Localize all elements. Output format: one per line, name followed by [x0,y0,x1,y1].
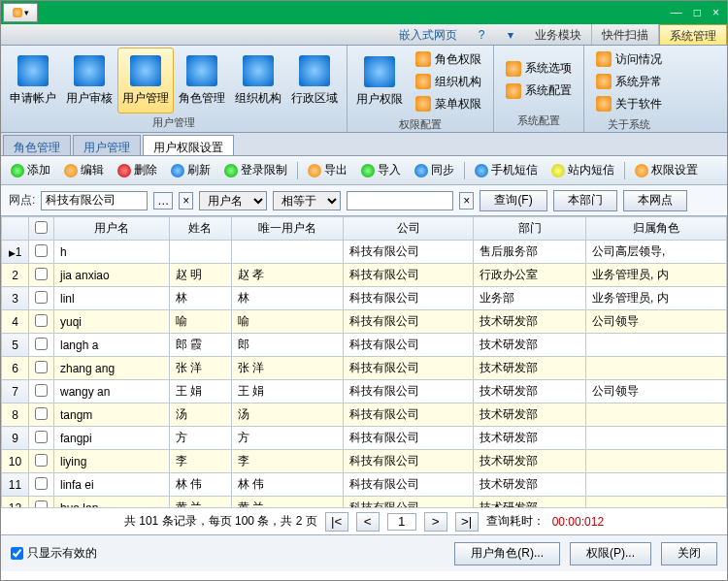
col-index [2,217,29,241]
status-button[interactable]: 访问情况 [592,49,666,69]
org-struct-button[interactable]: 组织机构 [230,48,286,113]
top-tab-2[interactable]: 系统管理 [659,24,727,45]
user-perm-icon [364,56,395,87]
admin-region-button[interactable]: 行政区域 [286,48,343,113]
col-header-0[interactable]: 用户名 [54,217,170,241]
col-header-2[interactable]: 唯一用户名 [231,217,343,241]
row-checkbox[interactable] [29,473,54,497]
top-tab-1[interactable]: 快件扫描 [592,24,659,45]
maximize-icon[interactable]: □ [694,6,701,19]
col-header-3[interactable]: 公司 [344,217,474,241]
pager-prev-button[interactable]: < [356,512,380,532]
sys-error-button[interactable]: 系统异常 [592,72,666,91]
col-header-4[interactable]: 部门 [474,217,585,241]
pager-last-button[interactable]: >| [455,512,479,532]
net-lookup-button[interactable]: … [153,192,173,210]
sync-button[interactable]: 同步 [411,160,458,180]
table-row[interactable]: 5langh a郎 霞郎科技有限公司技术研发部 [2,334,727,357]
sub-tab-1[interactable]: 用户管理 [73,135,141,155]
delete-button[interactable]: 删除 [114,160,161,180]
user-role-button[interactable]: 用户角色(R)... [454,542,560,565]
button-label: 刷新 [187,162,211,178]
apply-account-button[interactable]: 申请帐户 [5,48,61,113]
help-icon[interactable]: ? [479,28,485,42]
cell-only: 黄 兰 [231,497,343,508]
row-checkbox[interactable] [29,427,54,450]
about-button[interactable]: 关于软件 [592,94,666,113]
add-button[interactable]: 添加 [7,160,54,180]
table-row[interactable]: 7wangy an王 娟王 娟科技有限公司技术研发部公司领导 [2,380,727,403]
table-row[interactable]: 4yuqi喻喻科技有限公司技术研发部公司领导 [2,310,727,334]
netpt-button[interactable]: 本网点 [623,190,687,211]
import-button[interactable]: 导入 [357,160,405,180]
perm-button[interactable]: 权限(P)... [570,542,651,565]
user-perm-button[interactable]: 用户权限 [351,48,408,114]
sms-button[interactable]: 手机短信 [471,160,542,180]
table-row[interactable]: 1h科技有限公司售后服务部公司高层领导, [2,241,727,264]
search-input[interactable] [347,191,453,210]
row-checkbox[interactable] [29,241,54,264]
row-checkbox[interactable] [29,357,54,380]
col-header-1[interactable]: 姓名 [169,217,231,241]
row-checkbox[interactable] [29,403,54,427]
menu-perm-button[interactable]: 菜单权限 [412,94,485,113]
op-select[interactable]: 相等于 [273,191,341,210]
app-menu-button[interactable]: ▾ [3,3,38,22]
table-row[interactable]: 3linl林林科技有限公司业务部业务管理员, 内 [2,287,727,310]
dropdown-icon[interactable]: ▾ [508,28,513,42]
row-checkbox[interactable] [29,334,54,357]
net-clear-button[interactable]: × [179,192,193,210]
dept-button[interactable]: 本部门 [553,190,617,211]
org-perm-button[interactable]: 组织机构 [412,72,485,91]
col-header-5[interactable]: 归属角色 [585,217,726,241]
refresh-button[interactable]: 刷新 [167,160,215,180]
sub-tab-0[interactable]: 角色管理 [3,135,71,155]
cell-company: 科技有限公司 [344,473,474,497]
sys-options-button[interactable]: 系统选项 [502,59,576,79]
edit-button[interactable]: 编辑 [60,160,108,180]
table-row[interactable]: 8tangm汤汤科技有限公司技术研发部 [2,403,727,427]
role-perm-button[interactable]: 角色权限 [412,49,485,69]
query-button[interactable]: 查询(F) [480,190,546,211]
minimize-icon[interactable]: — [671,6,682,19]
sub-tab-2[interactable]: 用户权限设置 [143,135,234,155]
table-row[interactable]: 9fangpi方方科技有限公司技术研发部 [2,427,727,450]
row-checkbox[interactable] [29,450,54,473]
pager-page-input[interactable] [387,513,416,531]
cell-role: 业务管理员, 内 [585,264,726,287]
pager-next-button[interactable]: > [424,512,447,532]
cell-name: 李 [169,450,231,473]
close-button[interactable]: 关闭 [661,542,717,565]
table-row[interactable]: 2jia anxiao赵 明赵 孝科技有限公司行政办公室业务管理员, 内 [2,264,727,287]
row-checkbox[interactable] [29,497,54,508]
row-checkbox[interactable] [29,287,54,310]
field-select[interactable]: 用户名 [199,191,267,210]
site-msg-icon [551,164,565,178]
table-row[interactable]: 6zhang ang张 洋张 洋科技有限公司技术研发部 [2,357,727,380]
row-checkbox[interactable] [29,380,54,403]
embedded-web-tab[interactable]: 嵌入式网页 [389,24,467,45]
search-clear-button[interactable]: × [459,192,474,210]
cell-dept: 技术研发部 [474,310,585,334]
user-manage-button[interactable]: 用户管理 [117,48,174,113]
table-row[interactable]: 12hua lan黄 兰黄 兰科技有限公司技术研发部 [2,497,727,508]
row-checkbox[interactable] [29,264,54,287]
perm-set-button[interactable]: 权限设置 [631,160,702,180]
sys-config-button[interactable]: 系统配置 [502,81,576,101]
cell-user: langh a [54,334,170,357]
pager-first-button[interactable]: |< [325,512,348,532]
login-limit-button[interactable]: 登录限制 [220,160,291,180]
table-row[interactable]: 11linfa ei林 伟林 伟科技有限公司技术研发部 [2,473,727,497]
net-input[interactable] [41,191,148,210]
only-valid-checkbox[interactable]: 只显示有效的 [11,545,97,562]
site-msg-button[interactable]: 站内短信 [547,160,618,180]
user-audit-button[interactable]: 用户审核 [61,48,117,113]
top-tab-0[interactable]: 业务模块 [525,24,592,45]
table-row[interactable]: 10liying李李科技有限公司技术研发部 [2,450,727,473]
col-checkbox[interactable] [29,217,54,241]
role-manage-button[interactable]: 角色管理 [174,48,230,113]
close-icon[interactable]: × [712,6,719,19]
data-grid[interactable]: 用户名姓名唯一用户名公司部门归属角色 1h科技有限公司售后服务部公司高层领导,2… [1,216,727,507]
export-button[interactable]: 导出 [304,160,351,180]
row-checkbox[interactable] [29,310,54,334]
